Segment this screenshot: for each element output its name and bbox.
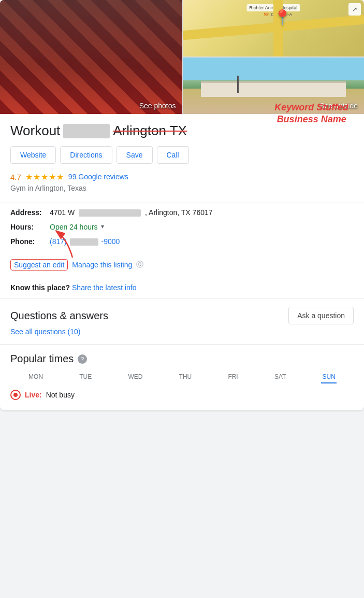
hours-value[interactable]: Open 24 hours xyxy=(50,223,98,231)
expand-map-button[interactable]: ↗ xyxy=(348,3,361,16)
rating-row: 4.7 ★★★★★ 99 Google reviews xyxy=(10,172,354,182)
chevron-down-icon[interactable]: ▾ xyxy=(101,223,104,230)
qa-section: Questions & answers Ask a question See a… xyxy=(0,298,364,344)
save-button[interactable]: Save xyxy=(117,146,153,164)
manage-help-icon[interactable]: ⓪ xyxy=(136,260,143,269)
qa-header: Questions & answers Ask a question xyxy=(10,307,354,324)
suggest-edit-link[interactable]: Suggest an edit xyxy=(10,259,68,270)
address-row: Address: 4701 W , Arlington, TX 76017 xyxy=(10,205,354,220)
business-title: Workout Arlington TX xyxy=(10,122,274,140)
details-section: Address: 4701 W , Arlington, TX 76017 Ho… xyxy=(0,203,364,255)
manage-listing-link[interactable]: Manage this listing xyxy=(72,261,132,269)
popular-times-section: Popular times ? MON TUE WED THU FRI SAT … xyxy=(0,344,364,410)
address-blurred xyxy=(79,209,141,217)
photo-grid: See photos Richter Animal Hospital 🍽 Chi… xyxy=(0,0,364,114)
stars-icon: ★★★★★ xyxy=(25,172,64,182)
hours-row: Hours: Open 24 hours ▾ xyxy=(10,220,354,234)
tab-sun[interactable]: SUN xyxy=(321,371,336,383)
website-button[interactable]: Website xyxy=(10,146,56,164)
qa-title: Questions & answers xyxy=(10,310,108,322)
business-card: See photos Richter Animal Hospital 🍽 Chi… xyxy=(0,0,364,410)
business-name-blurred xyxy=(63,124,110,138)
map-pin-icon: 📍 xyxy=(273,8,292,25)
map-photo[interactable]: Richter Animal Hospital 🍽 Chick-fil-A 📍 … xyxy=(182,0,365,57)
share-info-link[interactable]: Share the latest info xyxy=(72,283,137,292)
popular-times-title: Popular times xyxy=(10,353,74,365)
address-label: Address: xyxy=(10,208,47,217)
edit-row: Suggest an edit Manage this listing ⓪ xyxy=(0,255,364,277)
tab-sat[interactable]: SAT xyxy=(273,371,287,383)
gym-photo[interactable]: See photos xyxy=(0,0,182,114)
directions-button[interactable]: Directions xyxy=(60,146,112,164)
popular-times-header: Popular times ? xyxy=(10,353,354,365)
tab-tue[interactable]: TUE xyxy=(78,371,93,383)
live-icon xyxy=(10,390,21,400)
day-tabs: MON TUE WED THU FRI SAT SUN xyxy=(10,371,354,383)
action-buttons: Website Directions Save Call xyxy=(10,146,354,164)
business-name-prefix: Workout xyxy=(10,122,60,140)
annotation-line1: Keyword Stuffed xyxy=(274,102,348,113)
hours-label: Hours: xyxy=(10,223,47,231)
live-label: Live: xyxy=(25,391,42,399)
business-info-section: Keyword Stuffed Business Name Workout Ar… xyxy=(0,114,364,203)
see-photos-label[interactable]: See photos xyxy=(139,102,176,110)
know-label: Know this place? xyxy=(10,283,70,292)
phone-blurred xyxy=(70,238,98,246)
ask-question-button[interactable]: Ask a question xyxy=(288,307,354,324)
tab-thu[interactable]: THU xyxy=(178,371,193,383)
tab-fri[interactable]: FRI xyxy=(227,371,239,383)
keyword-stuffed-annotation: Keyword Stuffed Business Name xyxy=(274,102,348,126)
tab-mon[interactable]: MON xyxy=(27,371,44,383)
live-dot xyxy=(13,393,18,397)
live-status: Not busy xyxy=(46,391,75,399)
phone-label: Phone: xyxy=(10,237,47,246)
address-value: 4701 W , Arlington, TX 76017 xyxy=(50,208,213,217)
rating-score: 4.7 xyxy=(10,173,21,181)
popular-times-help-icon[interactable]: ? xyxy=(78,354,87,364)
phone-value[interactable]: (817) -9000 xyxy=(50,237,120,246)
see-all-questions-link[interactable]: See all questions (10) xyxy=(10,328,354,336)
live-row: Live: Not busy xyxy=(10,390,354,400)
food-icon: 🍽 xyxy=(264,11,269,17)
business-type: Gym in Arlington, Texas xyxy=(10,184,354,192)
review-count[interactable]: 99 Google reviews xyxy=(68,173,128,181)
call-button[interactable]: Call xyxy=(157,146,189,164)
know-section: Know this place? Share the latest info xyxy=(0,277,364,298)
phone-row: Phone: (817) -9000 xyxy=(10,234,354,249)
tab-wed[interactable]: WED xyxy=(127,371,143,383)
business-name-location: Arlington TX xyxy=(113,122,187,140)
annotation-line2: Business Name xyxy=(274,113,348,125)
